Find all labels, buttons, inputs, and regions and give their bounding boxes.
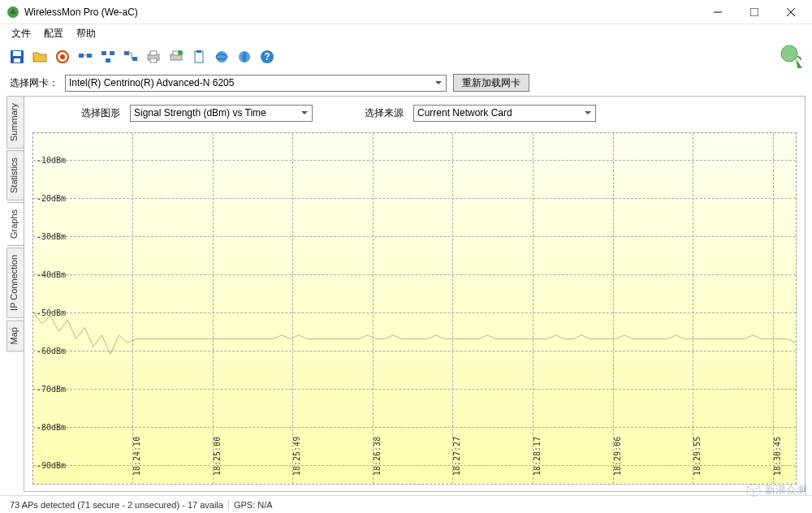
toolbar: ? — [0, 42, 812, 71]
svg-rect-19 — [150, 51, 157, 55]
svg-rect-6 — [13, 51, 21, 56]
nic-row: 选择网卡： Intel(R) Centrino(R) Advanced-N 62… — [0, 71, 812, 94]
select-source-label: 选择来源 — [365, 106, 404, 120]
select-graph-value: Signal Strength (dBm) vs Time — [134, 107, 266, 119]
svg-rect-24 — [195, 51, 203, 63]
save-icon[interactable] — [6, 46, 28, 67]
svg-rect-15 — [106, 58, 110, 63]
main-area: Summary Statistics Graphs IP Connection … — [6, 96, 806, 492]
svg-rect-7 — [14, 58, 20, 63]
reload-nic-button[interactable]: 重新加载网卡 — [453, 74, 529, 92]
svg-point-31 — [781, 45, 797, 62]
side-tabs: Summary Statistics Graphs IP Connection … — [6, 96, 24, 492]
nic-value: Intel(R) Centrino(R) Advanced-N 6205 — [69, 77, 234, 88]
clipboard-icon[interactable] — [188, 46, 209, 67]
logo-icon — [780, 44, 806, 70]
svg-rect-10 — [79, 54, 84, 58]
status-aps: 73 APs detected (71 secure - 2 unsecured… — [5, 500, 228, 510]
net3-icon[interactable] — [120, 46, 141, 67]
graph-controls: 选择图形 Signal Strength (dBm) vs Time 选择来源 … — [24, 97, 805, 129]
nic-select[interactable]: Intel(R) Centrino(R) Advanced-N 6205 — [65, 75, 447, 92]
svg-rect-25 — [197, 50, 201, 53]
graph-panel: 选择图形 Signal Strength (dBm) vs Time 选择来源 … — [24, 96, 806, 492]
window-title: WirelessMon Pro (We-aC) — [24, 6, 699, 18]
titlebar: WirelessMon Pro (We-aC) — [0, 0, 812, 24]
select-graph-label: 选择图形 — [81, 106, 120, 120]
menu-config[interactable]: 配置 — [37, 25, 70, 42]
svg-rect-16 — [124, 51, 129, 55]
net1-icon[interactable] — [75, 46, 96, 67]
maximize-button[interactable] — [736, 1, 772, 24]
globe1-icon[interactable] — [211, 46, 232, 67]
select-source[interactable]: Current Network Card — [413, 105, 596, 122]
menu-help[interactable]: 帮助 — [70, 25, 102, 42]
print-icon[interactable] — [143, 46, 164, 67]
tab-statistics[interactable]: Statistics — [6, 150, 24, 200]
close-button[interactable] — [772, 1, 809, 24]
status-gps: GPS: N/A — [228, 500, 278, 510]
svg-point-23 — [178, 50, 183, 55]
svg-rect-17 — [132, 57, 137, 61]
tab-ipconnection[interactable]: IP Connection — [6, 248, 24, 318]
folder-icon[interactable] — [29, 46, 50, 67]
svg-point-26 — [216, 51, 227, 63]
svg-rect-11 — [87, 54, 92, 58]
tab-graphs[interactable]: Graphs — [6, 202, 24, 246]
svg-rect-20 — [150, 58, 157, 63]
signal-chart: -10dBm-20dBm-30dBm-40dBm-50dBm-60dBm-70d… — [32, 132, 797, 485]
select-source-value: Current Network Card — [417, 107, 512, 119]
target-icon[interactable] — [52, 46, 73, 67]
svg-rect-2 — [750, 8, 758, 16]
nic-label: 选择网卡： — [10, 76, 58, 90]
app-icon — [6, 6, 19, 19]
svg-rect-14 — [110, 51, 114, 55]
svg-rect-13 — [102, 51, 106, 55]
svg-point-9 — [60, 54, 65, 59]
tab-map[interactable]: Map — [6, 320, 24, 351]
globe2-icon[interactable] — [234, 46, 255, 67]
help-icon[interactable]: ? — [257, 46, 278, 67]
svg-text:?: ? — [264, 51, 270, 63]
menubar: 文件 配置 帮助 — [0, 24, 812, 42]
statusbar: 73 APs detected (71 secure - 2 unsecured… — [0, 495, 812, 513]
print2-icon[interactable] — [166, 46, 187, 67]
minimize-button[interactable] — [699, 1, 736, 24]
tab-summary[interactable]: Summary — [6, 96, 24, 149]
select-graph[interactable]: Signal Strength (dBm) vs Time — [130, 105, 313, 122]
net2-icon[interactable] — [97, 46, 119, 67]
menu-file[interactable]: 文件 — [5, 25, 37, 42]
